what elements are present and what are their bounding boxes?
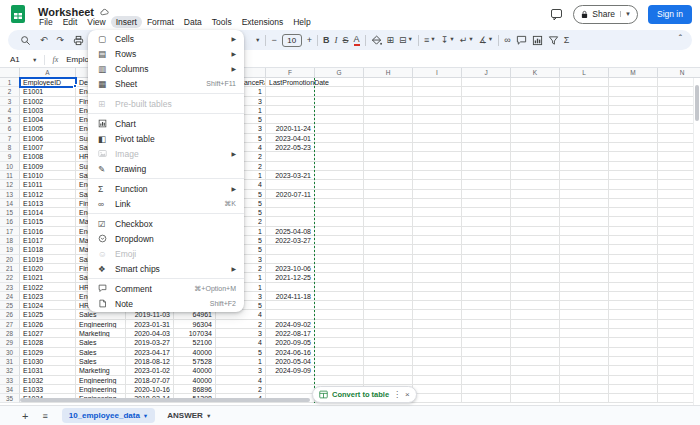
cell-G16[interactable]	[315, 217, 364, 226]
cell-F27[interactable]: 2024-09-02	[266, 320, 315, 329]
cell-J25[interactable]	[462, 301, 511, 310]
row-header-19[interactable]: 19	[0, 245, 20, 254]
row-header-22[interactable]: 22	[0, 273, 20, 282]
cell-F28[interactable]: 2022-08-17	[266, 329, 315, 338]
cell-A13[interactable]: E1012	[20, 190, 76, 199]
cell-M10[interactable]	[609, 162, 658, 171]
menu-item-rows[interactable]: ▤ Rows▶	[88, 46, 244, 61]
cell-K15[interactable]	[511, 208, 560, 217]
cell-K26[interactable]	[511, 310, 560, 319]
cell-H28[interactable]	[364, 329, 413, 338]
cell-B32[interactable]: Marketing	[76, 366, 126, 375]
cell-L3[interactable]	[560, 97, 609, 106]
cell-M23[interactable]	[609, 283, 658, 292]
row-header-23[interactable]: 23	[0, 283, 20, 292]
cell-A7[interactable]: E1006	[20, 134, 76, 143]
cell-H9[interactable]	[364, 152, 413, 161]
cell-H3[interactable]	[364, 97, 413, 106]
cell-F5[interactable]	[266, 115, 315, 124]
cell-L32[interactable]	[560, 366, 609, 375]
row-header-14[interactable]: 14	[0, 199, 20, 208]
column-header-K[interactable]: K	[511, 68, 560, 78]
cell-H31[interactable]	[364, 357, 413, 366]
cell-I21[interactable]	[413, 264, 462, 273]
menu-data[interactable]: Data	[179, 16, 207, 28]
cell-J31[interactable]	[462, 357, 511, 366]
cell-L14[interactable]	[560, 199, 609, 208]
vertical-scrollbar-thumb[interactable]	[695, 85, 699, 121]
convert-to-table-chip[interactable]: Convert to table ⋮ ×	[312, 386, 417, 403]
borders-icon[interactable]: ⊞	[387, 36, 395, 45]
cell-M1[interactable]	[609, 78, 658, 87]
cell-A12[interactable]: E1011	[20, 180, 76, 189]
cell-H15[interactable]	[364, 208, 413, 217]
cell-F9[interactable]	[266, 152, 315, 161]
cell-J1[interactable]	[462, 78, 511, 87]
row-header-20[interactable]: 20	[0, 255, 20, 264]
cell-C28[interactable]: 2020-04-03	[126, 329, 174, 338]
cell-K34[interactable]	[511, 385, 560, 394]
cell-M22[interactable]	[609, 273, 658, 282]
cell-F20[interactable]	[266, 255, 315, 264]
cell-L21[interactable]	[560, 264, 609, 273]
cell-J27[interactable]	[462, 320, 511, 329]
row-header-5[interactable]: 5	[0, 115, 20, 124]
cell-I34[interactable]	[413, 385, 462, 394]
cell-A14[interactable]: E1013	[20, 199, 76, 208]
font-size-input[interactable]: 10	[282, 34, 302, 47]
comment-history-icon[interactable]	[550, 8, 563, 21]
cell-E34[interactable]: 2	[216, 385, 266, 394]
cell-A6[interactable]: E1005	[20, 124, 76, 133]
cell-I7[interactable]	[413, 134, 462, 143]
cell-F34[interactable]	[266, 385, 315, 394]
cell-H6[interactable]	[364, 124, 413, 133]
cell-B29[interactable]: Sales	[76, 338, 126, 347]
cell-L34[interactable]	[560, 385, 609, 394]
cell-C27[interactable]: 2023-01-31	[126, 320, 174, 329]
cell-L20[interactable]	[560, 255, 609, 264]
cell-H7[interactable]	[364, 134, 413, 143]
cell-K19[interactable]	[511, 245, 560, 254]
cell-K13[interactable]	[511, 190, 560, 199]
cell-H20[interactable]	[364, 255, 413, 264]
italic-icon[interactable]: I	[334, 36, 337, 45]
cell-L11[interactable]	[560, 171, 609, 180]
cell-K12[interactable]	[511, 180, 560, 189]
cell-F2[interactable]	[266, 87, 315, 96]
row-header-33[interactable]: 33	[0, 376, 20, 385]
cell-G24[interactable]	[315, 292, 364, 301]
cell-C32[interactable]: 2023-01-02	[126, 366, 174, 375]
cell-J11[interactable]	[462, 171, 511, 180]
cell-L19[interactable]	[560, 245, 609, 254]
cell-F1[interactable]: LastPromotionDate	[266, 78, 315, 87]
cell-M9[interactable]	[609, 152, 658, 161]
cell-H10[interactable]	[364, 162, 413, 171]
cell-I10[interactable]	[413, 162, 462, 171]
cell-I11[interactable]	[413, 171, 462, 180]
menu-item-drawing[interactable]: ✎ Drawing	[88, 161, 244, 176]
fill-handle[interactable]	[73, 84, 77, 88]
cell-K28[interactable]	[511, 329, 560, 338]
vertical-scrollbar[interactable]	[693, 78, 700, 405]
cell-M27[interactable]	[609, 320, 658, 329]
cell-H25[interactable]	[364, 301, 413, 310]
cell-A10[interactable]: E1009	[20, 162, 76, 171]
cell-K10[interactable]	[511, 162, 560, 171]
menu-item-link[interactable]: ∞ Link⌘K	[88, 196, 244, 211]
cell-J32[interactable]	[462, 366, 511, 375]
cell-A11[interactable]: E1010	[20, 171, 76, 180]
cell-D30[interactable]: 40000	[174, 348, 216, 357]
cell-I28[interactable]	[413, 329, 462, 338]
cell-K31[interactable]	[511, 357, 560, 366]
cell-I27[interactable]	[413, 320, 462, 329]
cell-L12[interactable]	[560, 180, 609, 189]
menu-item-emoji[interactable]: ☺ Emoji	[88, 246, 244, 261]
row-header-10[interactable]: 10	[0, 162, 20, 171]
name-box-caret[interactable]: ▼	[32, 57, 37, 63]
row-header-9[interactable]: 9	[0, 152, 20, 161]
cell-K8[interactable]	[511, 143, 560, 152]
cell-M16[interactable]	[609, 217, 658, 226]
cell-F16[interactable]	[266, 217, 315, 226]
cell-E31[interactable]: 1	[216, 357, 266, 366]
cell-J20[interactable]	[462, 255, 511, 264]
